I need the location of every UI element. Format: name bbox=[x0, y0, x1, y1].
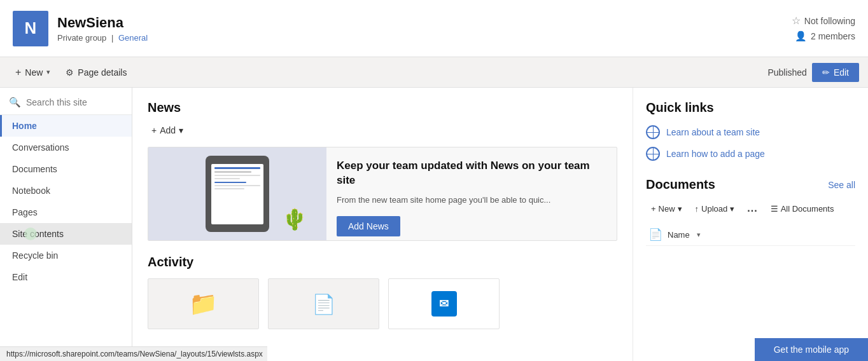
search-icon: 🔍 bbox=[9, 97, 21, 108]
search-bar[interactable]: 🔍 bbox=[0, 90, 132, 115]
sidebar-item-notebook-label: Notebook bbox=[12, 186, 50, 196]
main-content: News + Add ▾ bbox=[132, 88, 868, 361]
activity-card-outlook: ✉ bbox=[388, 278, 500, 329]
quick-link-2[interactable]: Learn how to add a page bbox=[646, 147, 855, 161]
sidebar-item-pages-label: Pages bbox=[12, 207, 38, 217]
sidebar-item-edit-label: Edit bbox=[12, 272, 27, 282]
command-bar-left: + New ▾ ⚙ Page details bbox=[9, 63, 133, 82]
activity-cards: 📁 📄 ✉ bbox=[148, 278, 617, 329]
copy-icon: 📄 bbox=[312, 293, 335, 315]
new-button[interactable]: + New ▾ bbox=[9, 63, 57, 82]
docs-new-label: New bbox=[659, 204, 675, 214]
docs-upload-arrow-icon: ↑ bbox=[695, 204, 699, 214]
star-icon: ☆ bbox=[792, 15, 801, 27]
new-chevron-icon: ▾ bbox=[46, 68, 50, 76]
sidebar-item-conversations[interactable]: Conversations bbox=[0, 137, 132, 158]
edit-button[interactable]: ✏ Edit bbox=[812, 63, 859, 82]
site-logo: N bbox=[13, 11, 48, 46]
center-column: News + Add ▾ bbox=[132, 88, 633, 361]
activity-card-1: 📁 bbox=[148, 278, 259, 329]
sidebar-item-pages[interactable]: Pages bbox=[0, 201, 132, 223]
outlook-icon: ✉ bbox=[431, 291, 457, 317]
meta-separator: | bbox=[111, 33, 113, 43]
members-label: 2 members bbox=[811, 31, 855, 41]
add-news-button[interactable]: Add News bbox=[337, 216, 400, 236]
sidebar-item-documents-label: Documents bbox=[12, 164, 57, 174]
docs-name-row: 📄 Name ▾ bbox=[646, 224, 855, 246]
main-layout: 🔍 Home Conversations Documents Notebook … bbox=[0, 88, 868, 361]
gear-icon: ⚙ bbox=[66, 67, 74, 78]
all-docs-label: All Documents bbox=[781, 204, 834, 214]
quick-link-2-label: Learn how to add a page bbox=[666, 149, 765, 159]
ellipsis-icon: ... bbox=[747, 203, 757, 214]
sidebar-item-home[interactable]: Home bbox=[0, 115, 132, 137]
docs-upload-chevron-icon: ▾ bbox=[730, 204, 734, 214]
sidebar-item-recycle-bin[interactable]: Recycle bin bbox=[0, 245, 132, 266]
page-details-button[interactable]: ⚙ Page details bbox=[59, 64, 133, 81]
news-image: 🌵 bbox=[148, 147, 326, 240]
sidebar: 🔍 Home Conversations Documents Notebook … bbox=[0, 88, 132, 361]
sidebar-item-recycle-bin-label: Recycle bin bbox=[12, 250, 58, 261]
command-bar: + New ▾ ⚙ Page details Published ✏ Edit bbox=[0, 57, 868, 88]
person-icon: 👤 bbox=[795, 31, 807, 42]
tablet-illustration bbox=[206, 156, 269, 232]
page-details-label: Page details bbox=[78, 67, 127, 78]
members[interactable]: 👤 2 members bbox=[795, 31, 855, 42]
quick-links-title: Quick links bbox=[646, 100, 855, 115]
published-label: Published bbox=[767, 67, 807, 78]
folder-icon: 📁 bbox=[189, 290, 218, 317]
site-info: NewSiena Private group | General bbox=[57, 15, 148, 43]
site-name: NewSiena bbox=[57, 15, 148, 31]
news-add-label: Add bbox=[160, 125, 176, 135]
quick-link-1-label: Learn about a team site bbox=[666, 127, 760, 137]
file-icon: 📄 bbox=[648, 228, 662, 242]
search-input[interactable] bbox=[26, 97, 123, 107]
site-meta: Private group | General bbox=[57, 33, 148, 43]
status-bar: https://microsoft.sharepoint.com/teams/N… bbox=[0, 346, 267, 361]
docs-new-plus-icon: + bbox=[651, 204, 656, 214]
news-add-button[interactable]: + Add ▾ bbox=[148, 123, 187, 138]
news-add-row: + Add ▾ bbox=[148, 123, 617, 138]
sidebar-item-edit[interactable]: Edit bbox=[0, 266, 132, 288]
activity-title: Activity bbox=[148, 255, 617, 269]
docs-all-documents-button[interactable]: ☰ All Documents bbox=[766, 201, 839, 217]
globe-icon-1 bbox=[646, 125, 660, 139]
sidebar-item-documents[interactable]: Documents bbox=[0, 158, 132, 180]
sidebar-item-site-contents-label: Site contents bbox=[12, 229, 64, 239]
documents-toolbar: + New ▾ ↑ Upload ▾ ... ☰ All Documents bbox=[646, 200, 855, 217]
right-column: Quick links Learn about a team site Lear… bbox=[633, 88, 868, 361]
add-plus-icon: + bbox=[151, 125, 157, 135]
add-chevron-icon: ▾ bbox=[179, 125, 183, 135]
docs-upload-button[interactable]: ↑ Upload ▾ bbox=[690, 201, 740, 217]
plus-icon: + bbox=[15, 67, 21, 78]
news-title: News bbox=[148, 100, 617, 115]
header-right: ☆ Not following 👤 2 members bbox=[792, 15, 855, 42]
globe-icon-2 bbox=[646, 147, 660, 161]
logo-area: N NewSiena Private group | General bbox=[13, 11, 148, 46]
documents-title: Documents bbox=[646, 177, 715, 192]
activity-card-2: 📄 bbox=[268, 278, 379, 329]
site-section-label: General bbox=[118, 33, 148, 43]
sidebar-item-site-contents[interactable]: Site contents bbox=[0, 223, 132, 245]
docs-ellipsis-button[interactable]: ... bbox=[742, 200, 762, 217]
pencil-icon: ✏ bbox=[822, 67, 830, 78]
mobile-app-bar[interactable]: Get the mobile app bbox=[755, 338, 868, 361]
news-card: 🌵 Keep your team updated with News on yo… bbox=[148, 147, 617, 241]
not-following-label: Not following bbox=[804, 16, 855, 26]
docs-name-col-label: Name bbox=[668, 230, 690, 240]
name-col-chevron-icon: ▾ bbox=[697, 231, 701, 239]
outlook-letter: ✉ bbox=[439, 297, 449, 311]
group-type-label: Private group bbox=[57, 33, 106, 43]
sidebar-item-notebook[interactable]: Notebook bbox=[0, 180, 132, 201]
top-header: N NewSiena Private group | General ☆ Not… bbox=[0, 0, 868, 57]
sidebar-item-home-label: Home bbox=[12, 121, 37, 131]
not-following[interactable]: ☆ Not following bbox=[792, 15, 855, 27]
new-label: New bbox=[25, 67, 43, 78]
news-text-area: Keep your team updated with News on your… bbox=[326, 147, 617, 240]
see-all-button[interactable]: See all bbox=[828, 180, 855, 190]
command-bar-right: Published ✏ Edit bbox=[767, 63, 859, 82]
edit-label: Edit bbox=[834, 67, 849, 78]
docs-new-chevron-icon: ▾ bbox=[678, 204, 682, 214]
docs-new-button[interactable]: + New ▾ bbox=[646, 201, 687, 217]
quick-link-1[interactable]: Learn about a team site bbox=[646, 125, 855, 139]
